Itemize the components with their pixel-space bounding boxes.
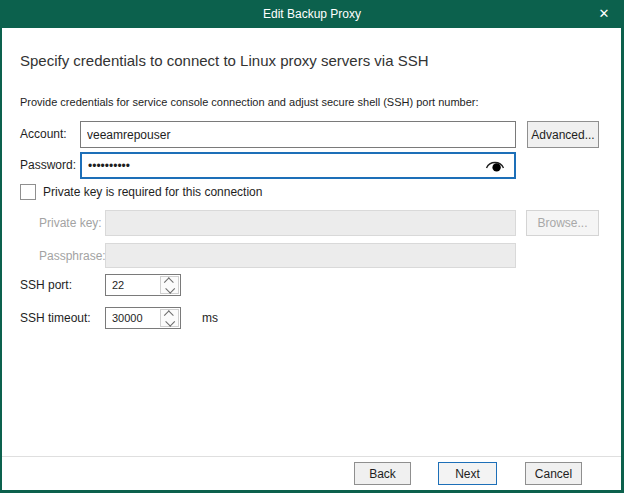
password-label: Password: bbox=[20, 152, 76, 178]
password-input[interactable] bbox=[80, 152, 516, 179]
ssh-timeout-value[interactable]: 30000 bbox=[112, 308, 143, 328]
passphrase-input bbox=[105, 243, 516, 268]
reveal-password-icon[interactable] bbox=[484, 158, 506, 173]
footer-separator bbox=[2, 456, 621, 457]
ssh-timeout-arrows bbox=[160, 309, 179, 327]
private-key-checkbox[interactable] bbox=[20, 184, 36, 200]
ssh-timeout-down-icon[interactable] bbox=[161, 318, 178, 326]
private-key-input bbox=[105, 210, 516, 236]
browse-button: Browse... bbox=[526, 210, 599, 236]
ssh-port-value[interactable]: 22 bbox=[112, 275, 124, 295]
cancel-button[interactable]: Cancel bbox=[525, 462, 582, 485]
advanced-button[interactable]: Advanced... bbox=[527, 121, 599, 148]
private-key-checkbox-label[interactable]: Private key is required for this connect… bbox=[43, 179, 262, 205]
passphrase-label: Passphrase: bbox=[39, 243, 106, 269]
back-button[interactable]: Back bbox=[354, 462, 411, 485]
window-title: Edit Backup Proxy bbox=[0, 0, 624, 28]
titlebar: Edit Backup Proxy ✕ bbox=[0, 0, 624, 28]
ssh-port-spinner[interactable]: 22 bbox=[105, 274, 181, 296]
ssh-timeout-label: SSH timeout: bbox=[20, 307, 91, 329]
account-input[interactable] bbox=[80, 121, 516, 148]
ssh-port-down-icon[interactable] bbox=[161, 285, 178, 293]
ssh-timeout-unit: ms bbox=[202, 307, 218, 329]
private-key-label: Private key: bbox=[39, 210, 102, 236]
edit-backup-proxy-dialog: Edit Backup Proxy ✕ Specify credentials … bbox=[0, 0, 624, 493]
ssh-port-label: SSH port: bbox=[20, 274, 72, 296]
ssh-port-arrows bbox=[160, 276, 179, 294]
next-button[interactable]: Next bbox=[438, 462, 497, 485]
page-title: Specify credentials to connect to Linux … bbox=[20, 52, 429, 69]
close-icon[interactable]: ✕ bbox=[584, 0, 624, 28]
account-label: Account: bbox=[20, 121, 67, 147]
ssh-timeout-spinner[interactable]: 30000 bbox=[105, 307, 181, 329]
instruction-text: Provide credentials for service console … bbox=[20, 96, 479, 108]
